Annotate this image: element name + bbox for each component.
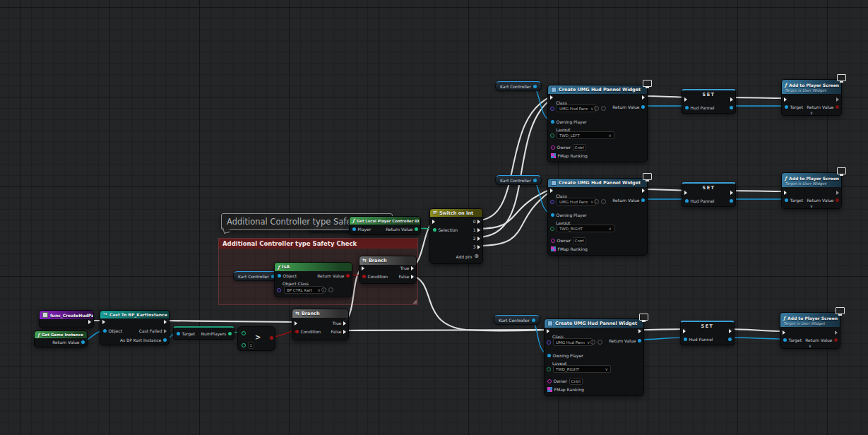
exec-out-pin[interactable] xyxy=(164,319,167,324)
owner-pin[interactable]: OwnerCntrl xyxy=(551,145,586,150)
false-pin[interactable]: False xyxy=(331,329,346,334)
class-utility-icons[interactable] xyxy=(594,106,606,111)
branch-node-safety[interactable]: ⇆ Branch Condition True False xyxy=(359,256,417,284)
hud-pannel-out-pin[interactable] xyxy=(730,105,733,110)
exec-out-pin[interactable] xyxy=(729,328,732,333)
is-a-node[interactable]: ƒ IsA Object Return Value Object Class B… xyxy=(274,262,352,297)
kart-controller-getter[interactable]: Kart Controller xyxy=(233,271,280,281)
layout-pin[interactable] xyxy=(550,133,554,138)
switch-on-int-node[interactable]: ⇄ Switch on Int Selection 0 1 2 3 Add pi… xyxy=(429,208,483,264)
target-pin[interactable]: Target xyxy=(177,331,195,336)
case-0-pin[interactable]: 0 xyxy=(473,219,480,224)
map-ranking-pin[interactable]: FMap Ranking xyxy=(551,153,588,158)
class-utility-icons[interactable] xyxy=(594,199,606,204)
map-ranking-pin[interactable]: FMap Ranking xyxy=(547,387,584,392)
class-pin[interactable] xyxy=(547,340,551,345)
exec-in-pin[interactable] xyxy=(295,321,297,326)
add-to-player-screen-node[interactable]: ƒAdd to Player Screen Target is User Wid… xyxy=(781,79,842,116)
case-1-pin[interactable]: 1 xyxy=(473,227,480,232)
class-pin[interactable] xyxy=(550,199,554,204)
hud-pannel-in-pin[interactable]: Hud Pannel xyxy=(685,198,715,203)
class-pin[interactable] xyxy=(550,106,554,111)
comment-resize-handle[interactable] xyxy=(412,299,417,304)
object-class-pin[interactable] xyxy=(277,287,281,292)
num-players-pin[interactable]: NumPlayers xyxy=(201,331,232,336)
owning-player-pin[interactable]: Owning Player xyxy=(551,213,587,218)
class-utility-icons[interactable] xyxy=(590,340,602,345)
set-hud-pannel-node[interactable]: SET Hud Pannel xyxy=(682,89,736,114)
return-value-pin[interactable]: Return Value xyxy=(609,338,641,343)
layout-dropdown[interactable]: TWD_LEFT∨ xyxy=(557,131,614,139)
cast-failed-pin[interactable]: Cast Failed xyxy=(139,328,167,333)
exec-in-pin[interactable] xyxy=(432,219,435,224)
return-value-pin[interactable]: Return Value xyxy=(807,198,839,203)
map-ranking-pin[interactable]: FMap Ranking xyxy=(551,246,588,251)
owner-pin[interactable]: OwnerCntrl xyxy=(547,379,583,383)
object-pin[interactable]: Object xyxy=(278,273,297,278)
condition-pin[interactable]: Condition xyxy=(295,329,321,334)
exec-in-pin[interactable] xyxy=(550,188,553,193)
return-value-pin[interactable]: Return Value xyxy=(807,105,839,109)
target-pin[interactable]: Target xyxy=(785,198,803,203)
exec-in-pin[interactable] xyxy=(784,190,787,195)
func-create-hud-pannel-node[interactable]: func_CreateHudPannel xyxy=(39,310,94,328)
class-dropdown[interactable]: UMG Hud Pann∨ xyxy=(557,198,596,205)
class-dropdown[interactable]: UMG Hud Pann∨ xyxy=(553,338,593,346)
layout-dropdown[interactable]: TWD_RIGHT∨ xyxy=(557,225,614,232)
exec-in-pin[interactable] xyxy=(547,328,549,333)
exec-out-pin[interactable] xyxy=(835,330,838,335)
add-pin-button[interactable]: Add pin⊕ xyxy=(456,254,479,259)
owner-value[interactable]: Cntrl xyxy=(573,144,586,151)
add-to-player-screen-node[interactable]: ƒAdd to Player Screen Target is User Wid… xyxy=(780,312,840,349)
get-local-player-controller-id-node[interactable]: ƒ Get Local Player Controller ID Player … xyxy=(349,216,421,235)
exec-in-pin[interactable] xyxy=(683,328,686,333)
expand-chevron-icon[interactable]: ∨ xyxy=(782,204,841,208)
object-pin[interactable]: Object xyxy=(103,328,122,333)
hud-pannel-out-pin[interactable] xyxy=(728,337,732,342)
exec-in-pin[interactable] xyxy=(362,266,364,270)
cast-to-bp-kartinstance-node[interactable]: ↪ Cast To BP_KartInstance Object Cast Fa… xyxy=(100,310,170,345)
layout-pin[interactable] xyxy=(547,367,551,371)
return-value-pin[interactable]: Return Value xyxy=(612,198,645,203)
owner-value[interactable]: Cntrl xyxy=(569,378,583,385)
layout-pin[interactable] xyxy=(550,226,554,231)
expand-chevron-icon[interactable]: ∨ xyxy=(782,111,841,115)
branch-node-main[interactable]: ⇆ Branch Condition True False xyxy=(292,309,349,340)
owner-pin[interactable]: OwnerCntrl xyxy=(551,238,586,243)
get-game-instance-node[interactable]: ƒ Get Game Instance Return Value xyxy=(34,330,88,347)
owner-value[interactable]: Cntrl xyxy=(573,237,586,244)
literal-value[interactable]: 1 xyxy=(248,342,255,349)
target-pin[interactable]: Target xyxy=(785,105,803,109)
set-hud-pannel-node[interactable]: SET Hud Pannel xyxy=(682,182,736,207)
case-3-pin[interactable]: 3 xyxy=(473,244,480,249)
class-utility-icons[interactable] xyxy=(321,287,333,292)
return-value-pin[interactable]: Return Value xyxy=(52,340,85,345)
add-to-player-screen-node[interactable]: ƒAdd to Player Screen Target is User Wid… xyxy=(781,172,842,209)
comment-title[interactable]: Additional Controller type Safety Check xyxy=(219,239,417,249)
owning-player-pin[interactable]: Owning Player xyxy=(547,353,583,358)
condition-pin[interactable]: Condition xyxy=(362,274,388,279)
create-umg-hud-pannel-widget-node[interactable]: Create UMG Hud Pannel Widget Class UMG H… xyxy=(547,85,648,162)
exec-out-pin[interactable] xyxy=(836,97,839,102)
exec-in-pin[interactable] xyxy=(550,95,553,100)
greater-than-node[interactable]: 1 > xyxy=(237,326,275,351)
exec-out-pin[interactable] xyxy=(730,190,733,195)
exec-out-pin[interactable] xyxy=(88,319,91,324)
player-pin[interactable]: Player xyxy=(352,227,371,232)
object-pin[interactable] xyxy=(533,85,537,88)
target-pin[interactable]: Target xyxy=(783,338,802,342)
input-a-pin[interactable] xyxy=(242,330,246,335)
class-dropdown[interactable]: UMG Hud Pann∨ xyxy=(557,105,596,112)
exec-in-pin[interactable] xyxy=(784,97,787,102)
exec-in-pin[interactable] xyxy=(102,319,105,324)
object-class-dropdown[interactable]: BP CTRL Kart∨ xyxy=(284,286,323,294)
return-value-pin[interactable]: Return Value xyxy=(805,338,838,342)
exec-out-pin[interactable] xyxy=(642,188,645,193)
exec-in-pin[interactable] xyxy=(783,330,785,335)
result-pin[interactable] xyxy=(270,335,273,340)
create-umg-hud-pannel-widget-node[interactable]: Create UMG Hud Pannel Widget Class UMG H… xyxy=(544,318,644,396)
blueprint-graph-canvas[interactable]: Additional Controller type Safety Check … xyxy=(0,0,868,435)
exec-out-pin[interactable] xyxy=(730,97,733,102)
hud-pannel-out-pin[interactable] xyxy=(730,198,733,203)
object-pin[interactable] xyxy=(532,318,535,322)
